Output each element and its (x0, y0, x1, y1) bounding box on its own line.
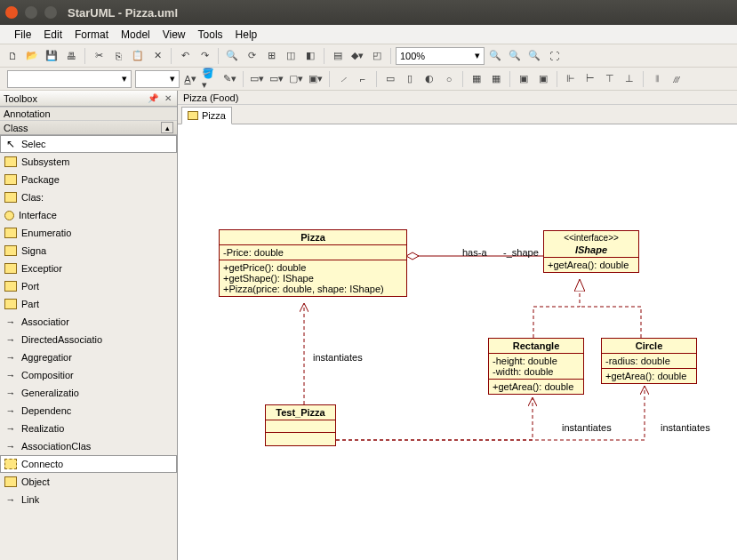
tool-item-generalizatio[interactable]: Generalizatio (0, 384, 177, 402)
menubar: File Edit Format Model View Tools Help (0, 25, 737, 44)
stereo4-icon[interactable]: ○ (440, 70, 458, 88)
tool-item-link[interactable]: Link (0, 491, 177, 508)
save-icon[interactable]: 💾 (43, 47, 60, 65)
dist2-icon[interactable]: ⫻ (668, 70, 685, 88)
align3-icon[interactable]: ▢▾ (287, 70, 305, 88)
tool-item-associatior[interactable]: Associatior (0, 313, 177, 331)
tool-item-directedassociatio[interactable]: DirectedAssociatio (0, 331, 177, 348)
zoomfit-icon[interactable]: 🔍 (525, 47, 543, 65)
view2-icon[interactable]: ▦ (487, 70, 505, 88)
tool-item-exceptior[interactable]: Exceptior (0, 260, 177, 277)
menu-help[interactable]: Help (230, 27, 263, 43)
delete-icon[interactable]: ✕ (148, 47, 166, 65)
class-testpizza[interactable]: Test_Pizza (265, 404, 336, 446)
tool5-icon[interactable]: ◰ (368, 47, 386, 65)
align2-icon[interactable]: ▭▾ (268, 70, 285, 88)
refresh-icon[interactable]: ⟳ (243, 47, 260, 65)
zoom-combo[interactable]: 100%▾ (396, 47, 485, 65)
view1-icon[interactable]: ▦ (468, 70, 485, 88)
stereo3-icon[interactable]: ◐ (421, 70, 438, 88)
annotation-label: Annotation (4, 108, 51, 119)
tool3-icon[interactable]: ▤ (329, 47, 347, 65)
tool-item-compositior[interactable]: Compositior (0, 366, 177, 384)
pin-icon[interactable]: 📌 (148, 93, 160, 103)
tool-item-selec[interactable]: Selec (0, 135, 177, 153)
grid-icon[interactable]: ⊞ (262, 47, 280, 65)
tool-item-associationclas[interactable]: AssociationClas (0, 437, 177, 455)
class-circle[interactable]: Circle -radius: double +getArea(): doubl… (601, 338, 697, 384)
minimize-icon[interactable] (25, 6, 37, 19)
order1-icon[interactable]: ▣ (515, 70, 533, 88)
print-icon[interactable]: 🖶 (62, 47, 80, 65)
menu-model[interactable]: Model (116, 27, 156, 43)
tool-item-realizatio[interactable]: Realizatio (0, 420, 177, 437)
al2-icon[interactable]: ⊢ (581, 70, 599, 88)
linecolor-icon[interactable]: ✎▾ (220, 70, 238, 88)
redo-icon[interactable]: ↷ (196, 47, 213, 65)
tool-item-interface[interactable]: Interface (0, 206, 177, 224)
tool-item-aggregatior[interactable]: Aggregatior (0, 348, 177, 366)
tool-item-object[interactable]: Object (0, 473, 177, 491)
al1-icon[interactable]: ⊩ (562, 70, 580, 88)
stereo1-icon[interactable]: ▭ (381, 70, 399, 88)
tool-item-part[interactable]: Part (0, 295, 177, 313)
tool-item-port[interactable]: Port (0, 277, 177, 295)
box-icon (4, 299, 17, 309)
scroll-up-icon[interactable]: ▴ (161, 122, 173, 133)
fontsize-combo[interactable]: ▾ (135, 70, 180, 88)
maximize-icon[interactable] (44, 6, 57, 19)
fontcolor-icon[interactable]: A▾ (181, 70, 199, 88)
toolbar-main: 🗋 📂 💾 🖶 ✂ ⎘ 📋 ✕ ↶ ↷ 🔍 ⟳ ⊞ ◫ ◧ ▤ ◆▾ ◰ 100… (0, 44, 737, 68)
tool1-icon[interactable]: ◫ (282, 47, 300, 65)
find-icon[interactable]: 🔍 (223, 47, 241, 65)
zoomout-icon[interactable]: 🔍 (506, 47, 524, 65)
tool-item-subsystem[interactable]: Subsystem (0, 153, 177, 171)
new-icon[interactable]: 🗋 (4, 47, 21, 65)
tool-item-package[interactable]: Package (0, 171, 177, 188)
arrow-icon (4, 370, 17, 380)
tool-item-clas[interactable]: Clas: (0, 188, 177, 206)
menu-edit[interactable]: Edit (38, 27, 68, 43)
fillcolor-icon[interactable]: 🪣▾ (201, 70, 219, 88)
tool4-icon[interactable]: ◆▾ (348, 47, 366, 65)
tool-item-signa[interactable]: Signa (0, 242, 177, 260)
canvas[interactable]: Pizza -Price: double +getPrice(): double… (178, 124, 737, 560)
tool-item-enumeratio[interactable]: Enumeratio (0, 224, 177, 242)
class-rectangle[interactable]: Rectangle -height: double -width: double… (488, 338, 584, 395)
undo-icon[interactable]: ↶ (176, 47, 194, 65)
tool-item-dependenc[interactable]: Dependenc (0, 402, 177, 420)
tool-item-label: Compositior (21, 370, 74, 380)
line2-icon[interactable]: ⌐ (354, 70, 372, 88)
close-panel-icon[interactable]: ✕ (164, 93, 173, 103)
tool-item-connecto[interactable]: Connecto (0, 455, 177, 473)
align4-icon[interactable]: ▣▾ (307, 70, 324, 88)
class-ishape[interactable]: <<interface>> IShape +getArea(): double (543, 230, 639, 273)
tab-pizza[interactable]: Pizza (181, 107, 232, 124)
cut-icon[interactable]: ✂ (90, 47, 108, 65)
paste-icon[interactable]: 📋 (129, 47, 147, 65)
class-pizza[interactable]: Pizza -Price: double +getPrice(): double… (219, 229, 407, 297)
annotation-header[interactable]: Annotation (0, 107, 177, 121)
close-icon[interactable] (5, 6, 18, 19)
class-testpizza-ops (266, 433, 335, 445)
menu-tools[interactable]: Tools (193, 27, 228, 43)
tool2-icon[interactable]: ◧ (301, 47, 319, 65)
align1-icon[interactable]: ▭▾ (248, 70, 266, 88)
dist1-icon[interactable]: ⫴ (648, 70, 666, 88)
line1-icon[interactable]: ⟋ (334, 70, 352, 88)
al3-icon[interactable]: ⊤ (601, 70, 619, 88)
tool-item-label: Link (21, 494, 39, 505)
box-icon (4, 263, 17, 274)
menu-file[interactable]: File (9, 27, 36, 43)
zoomin-icon[interactable]: 🔍 (486, 47, 504, 65)
menu-format[interactable]: Format (69, 27, 114, 43)
class-header[interactable]: Class ▴ (0, 121, 177, 135)
menu-view[interactable]: View (157, 27, 191, 43)
stereo2-icon[interactable]: ▯ (401, 70, 419, 88)
open-icon[interactable]: 📂 (23, 47, 41, 65)
expand-icon[interactable]: ⛶ (545, 47, 563, 65)
order2-icon[interactable]: ▣ (534, 70, 552, 88)
font-combo[interactable]: ▾ (7, 70, 132, 88)
al4-icon[interactable]: ⊥ (621, 70, 638, 88)
copy-icon[interactable]: ⎘ (109, 47, 127, 65)
